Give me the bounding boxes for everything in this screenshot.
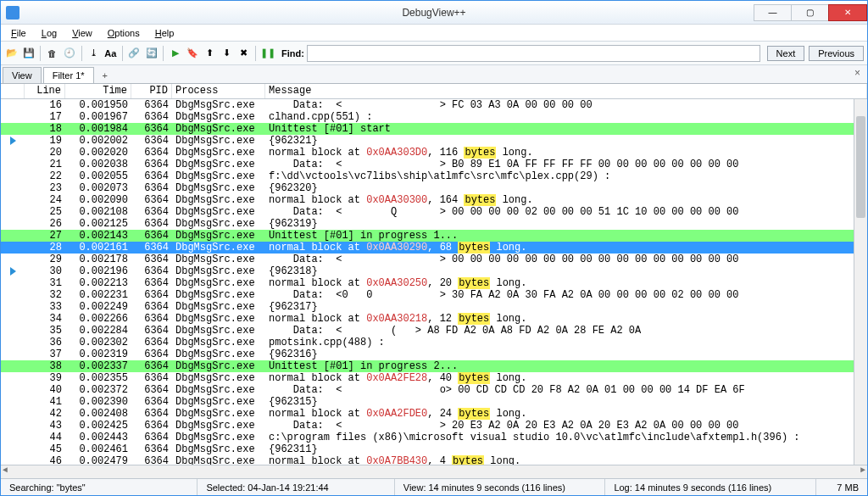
status-selected: Selected: 04-Jan-14 19:21:44: [198, 479, 394, 495]
bookmark-icon: [10, 137, 16, 145]
table-row[interactable]: 360.0023026364DbgMsgSrc.exepmotsink.cpp(…: [1, 337, 867, 348]
table-row[interactable]: 240.0020906364DbgMsgSrc.exenormal block …: [1, 194, 867, 206]
table-row[interactable]: 460.0024796364DbgMsgSrc.exenormal block …: [1, 455, 867, 465]
col-line[interactable]: Line: [25, 84, 65, 98]
toolbar: 📂 💾 🗑 🕘 ⤓ Aa 🔗 🔄 ▶ 🔖 ⬆ ⬇ ✖ ❚❚ Find: Next…: [1, 42, 867, 65]
pause-icon[interactable]: ❚❚: [260, 46, 275, 61]
app-icon: [6, 6, 19, 20]
table-row[interactable]: 320.0022316364DbgMsgSrc.exe Data: <0 0 >…: [1, 289, 867, 301]
tab-filter-1[interactable]: Filter 1*: [43, 67, 94, 83]
table-row[interactable]: 350.0022846364DbgMsgSrc.exe Data: < ( > …: [1, 325, 867, 337]
clear-icon[interactable]: 🗑: [45, 46, 59, 61]
time-icon[interactable]: 🕘: [62, 46, 76, 61]
table-row[interactable]: 190.0020026364DbgMsgSrc.exe{962321}: [1, 135, 867, 147]
maximize-button[interactable]: ▢: [791, 4, 829, 21]
table-row[interactable]: 420.0024086364DbgMsgSrc.exenormal block …: [1, 408, 867, 420]
menu-view[interactable]: View: [65, 26, 99, 40]
table-header: Line Time PID Process Message: [1, 84, 867, 99]
close-button[interactable]: ✕: [828, 4, 867, 21]
status-view: View: 14 minutes 9 seconds (116 lines): [395, 479, 606, 495]
menu-help[interactable]: Help: [148, 26, 181, 40]
menu-options[interactable]: Options: [101, 26, 147, 40]
font-icon[interactable]: Aa: [103, 46, 118, 61]
minimize-button[interactable]: —: [754, 4, 792, 21]
find-input[interactable]: [307, 45, 760, 62]
table-row[interactable]: 170.0019676364DbgMsgSrc.execlhand.cpp(55…: [1, 111, 867, 123]
table-row[interactable]: 210.0020386364DbgMsgSrc.exe Data: < > B0…: [1, 159, 867, 170]
table-row[interactable]: 400.0023726364DbgMsgSrc.exe Data: < o> 0…: [1, 384, 867, 396]
table-row[interactable]: 280.0021616364DbgMsgSrc.exenormal block …: [1, 242, 867, 254]
status-searching: Searching: "bytes": [1, 479, 198, 495]
table-row[interactable]: 380.0023376364DbgMsgSrc.exeUnittest [#01…: [1, 360, 867, 372]
scroll-icon[interactable]: ⤓: [86, 46, 101, 61]
save-icon[interactable]: 💾: [21, 46, 36, 61]
link-icon[interactable]: 🔗: [127, 46, 142, 61]
bookmark-next-icon[interactable]: ⬇: [220, 46, 234, 61]
find-next-button[interactable]: Next: [767, 46, 805, 61]
run-icon[interactable]: ▶: [168, 46, 182, 61]
bookmark-clear-icon[interactable]: ✖: [236, 46, 251, 61]
table-row[interactable]: 230.0020736364DbgMsgSrc.exe{962320}: [1, 182, 867, 194]
tab-bar: View Filter 1* + ×: [1, 65, 867, 84]
col-gutter[interactable]: [1, 84, 25, 98]
window-controls: — ▢ ✕: [754, 4, 867, 21]
table-row[interactable]: 440.0024436364DbgMsgSrc.exec:\program fi…: [1, 432, 867, 443]
table-body[interactable]: 160.0019506364DbgMsgSrc.exe Data: < > FC…: [1, 99, 867, 465]
col-pid[interactable]: PID: [131, 84, 172, 98]
status-bar: Searching: "bytes" Selected: 04-Jan-14 1…: [1, 478, 867, 495]
bookmark-prev-icon[interactable]: ⬆: [203, 46, 217, 61]
table-row[interactable]: 160.0019506364DbgMsgSrc.exe Data: < > FC…: [1, 99, 867, 111]
table-row[interactable]: 250.0021086364DbgMsgSrc.exe Data: < Q > …: [1, 206, 867, 218]
find-previous-button[interactable]: Previous: [809, 46, 864, 61]
table-row[interactable]: 310.0022136364DbgMsgSrc.exenormal block …: [1, 277, 867, 289]
table-row[interactable]: 290.0021786364DbgMsgSrc.exe Data: < > 00…: [1, 254, 867, 265]
table-row[interactable]: 450.0024616364DbgMsgSrc.exe{962311}: [1, 443, 867, 455]
table-row[interactable]: 270.0021436364DbgMsgSrc.exeUnittest [#01…: [1, 230, 867, 242]
table-row[interactable]: 180.0019846364DbgMsgSrc.exeUnittest [#01…: [1, 123, 867, 135]
log-table: Line Time PID Process Message 160.001950…: [1, 84, 867, 478]
table-row[interactable]: 340.0022666364DbgMsgSrc.exenormal block …: [1, 313, 867, 325]
col-message[interactable]: Message: [265, 84, 867, 98]
table-row[interactable]: 200.0020206364DbgMsgSrc.exenormal block …: [1, 147, 867, 159]
open-icon[interactable]: 📂: [4, 46, 19, 61]
menu-bar: File Log View Options Help: [1, 25, 867, 42]
col-time[interactable]: Time: [65, 84, 131, 98]
table-row[interactable]: 260.0021256364DbgMsgSrc.exe{962319}: [1, 218, 867, 230]
menu-file[interactable]: File: [4, 26, 33, 40]
horizontal-scrollbar[interactable]: [1, 465, 867, 478]
find-label: Find:: [281, 48, 304, 59]
tab-view[interactable]: View: [3, 67, 42, 83]
title-bar: DebugView++ — ▢ ✕: [1, 1, 867, 25]
table-row[interactable]: 220.0020556364DbgMsgSrc.exef:\dd\vctools…: [1, 170, 867, 182]
col-process[interactable]: Process: [172, 84, 265, 98]
table-row[interactable]: 330.0022496364DbgMsgSrc.exe{962317}: [1, 301, 867, 313]
tab-close-button[interactable]: ×: [851, 67, 864, 79]
vertical-scrollbar[interactable]: [854, 99, 867, 465]
bookmark-icon: [10, 267, 16, 276]
window-title: DebugView++: [402, 7, 465, 19]
tab-add-button[interactable]: +: [96, 68, 114, 83]
refresh-icon[interactable]: 🔄: [144, 46, 159, 61]
status-memory: 7 MB: [816, 479, 867, 495]
table-row[interactable]: 430.0024256364DbgMsgSrc.exe Data: < > 20…: [1, 420, 867, 432]
table-row[interactable]: 370.0023196364DbgMsgSrc.exe{962316}: [1, 348, 867, 360]
table-row[interactable]: 300.0021966364DbgMsgSrc.exe{962318}: [1, 265, 867, 277]
menu-log[interactable]: Log: [35, 26, 64, 40]
bookmark-add-icon[interactable]: 🔖: [185, 46, 199, 61]
table-row[interactable]: 410.0023906364DbgMsgSrc.exe{962315}: [1, 396, 867, 408]
status-log: Log: 14 minutes 9 seconds (116 lines): [605, 479, 816, 495]
table-row[interactable]: 390.0023556364DbgMsgSrc.exenormal block …: [1, 372, 867, 384]
